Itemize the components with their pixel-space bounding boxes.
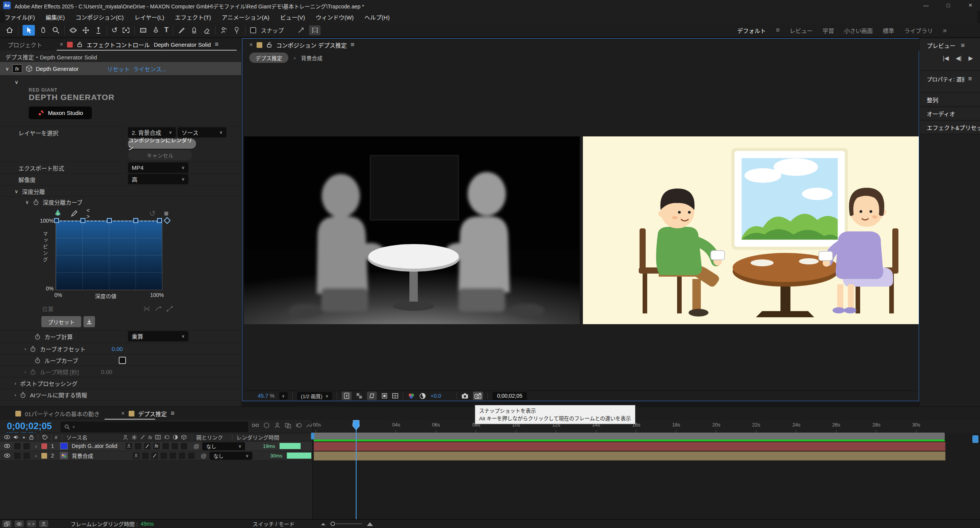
layer-name[interactable]: 背景合成 bbox=[72, 452, 93, 459]
camera-tool-icon[interactable] bbox=[122, 26, 130, 34]
depth-group-row[interactable]: ∨ 深度分離 bbox=[0, 185, 241, 197]
post-processing-row[interactable]: › ポストプロセッシング bbox=[0, 377, 241, 389]
curve-handle[interactable] bbox=[80, 218, 85, 223]
zoom-in-mountain-icon[interactable] bbox=[366, 521, 373, 526]
curve-undo-icon[interactable]: ↺ bbox=[149, 209, 156, 218]
maximize-button[interactable]: □ bbox=[939, 0, 957, 11]
render-to-comp-button[interactable]: コンポジションにレンダリン bbox=[128, 139, 196, 149]
group-collapsed-icon[interactable]: › bbox=[15, 392, 16, 398]
unlock-icon[interactable] bbox=[266, 42, 272, 48]
orbit-camera-tool-icon[interactable] bbox=[69, 26, 77, 34]
workspace-menu-icon[interactable]: ≡ bbox=[776, 26, 780, 34]
tab-effect-controls[interactable]: エフェクトコントロール bbox=[87, 41, 150, 49]
layer-list-empty-area[interactable] bbox=[0, 461, 312, 519]
solo-cell[interactable] bbox=[23, 453, 30, 459]
curve-handle-icon[interactable] bbox=[155, 306, 162, 312]
snapshot-show-icon[interactable] bbox=[473, 392, 483, 400]
maxon-studio-button[interactable]: Maxon Studio bbox=[29, 107, 92, 119]
transparency-grid-icon[interactable] bbox=[356, 393, 362, 399]
menu-item-layer[interactable]: レイヤー(L) bbox=[134, 13, 164, 21]
pickwhip-icon[interactable]: @ bbox=[193, 443, 199, 449]
stopwatch-icon[interactable] bbox=[30, 346, 36, 352]
draft-3d-icon[interactable] bbox=[263, 422, 270, 428]
work-area-bar[interactable] bbox=[314, 433, 945, 439]
menu-item-window[interactable]: ウィンドウ(W) bbox=[316, 13, 353, 21]
dolly-camera-tool-icon[interactable] bbox=[94, 26, 103, 34]
quality-cell[interactable] bbox=[144, 443, 151, 449]
workspace-learn[interactable]: 学習 bbox=[823, 26, 834, 34]
properties-panel-header[interactable]: プロパティ: 選択な ≡ bbox=[920, 71, 980, 87]
layer-bar-depth-solid[interactable] bbox=[314, 442, 946, 451]
grid-guide-options-icon[interactable] bbox=[309, 25, 321, 35]
cancel-button[interactable]: キャンセル bbox=[128, 150, 192, 160]
workspace-overflow-icon[interactable]: » bbox=[943, 26, 947, 34]
workspace-libraries[interactable]: ライブラリ bbox=[904, 26, 933, 34]
audio-panel-header[interactable]: オーディオ bbox=[920, 107, 980, 120]
zoom-dropdown-icon[interactable]: ∨ bbox=[279, 392, 288, 400]
row-expand-icon[interactable]: › bbox=[25, 369, 26, 375]
resolution-quality-dropdown[interactable]: (1/2 画質)∨ bbox=[297, 392, 332, 400]
depth-map-view[interactable] bbox=[244, 136, 580, 324]
group-expand-icon[interactable]: ∨ bbox=[15, 189, 18, 194]
motion-blur-cell[interactable] bbox=[172, 443, 178, 449]
preset-button[interactable]: プリセット bbox=[41, 316, 81, 327]
menu-item-animation[interactable]: アニメーション(A) bbox=[222, 13, 269, 21]
eraser-tool-icon[interactable] bbox=[203, 26, 211, 34]
depth-curve-plot[interactable] bbox=[56, 220, 162, 290]
effect-license-link[interactable]: ライセンス... bbox=[133, 65, 166, 73]
parent-link-column-header[interactable]: 親とリンク bbox=[196, 433, 223, 441]
menu-item-effect[interactable]: エフェクト(T) bbox=[175, 13, 211, 21]
frame-blend-cell[interactable] bbox=[170, 453, 176, 459]
panel-menu-icon[interactable]: ≡ bbox=[961, 42, 965, 49]
stopwatch-icon[interactable] bbox=[20, 392, 26, 398]
audio-cell[interactable] bbox=[14, 443, 21, 449]
switch-mode-toggle[interactable]: スイッチ / モード bbox=[253, 520, 295, 528]
stopwatch-icon[interactable] bbox=[33, 199, 39, 205]
collapse-cell[interactable] bbox=[135, 443, 141, 449]
region-of-interest-icon[interactable] bbox=[381, 393, 388, 399]
panel-menu-icon[interactable]: ≡ bbox=[171, 410, 175, 417]
workspace-standard[interactable]: 標準 bbox=[883, 26, 894, 34]
rotate-tool-icon[interactable]: ↺ bbox=[111, 26, 118, 34]
shy-cell[interactable] bbox=[133, 453, 139, 459]
frame-blend-cell[interactable] bbox=[162, 443, 169, 449]
go-to-start-button[interactable]: |◀ bbox=[943, 55, 949, 62]
workspace-default[interactable]: デフォルト bbox=[737, 26, 766, 34]
menu-item-edit[interactable]: 編集(E) bbox=[46, 13, 65, 21]
timeline-tab-depth[interactable]: デプス推定 bbox=[138, 410, 167, 418]
layer-expand-icon[interactable]: › bbox=[35, 453, 37, 459]
motion-blur-cell[interactable] bbox=[179, 453, 185, 459]
shared-views-icon[interactable] bbox=[297, 26, 305, 34]
curve-calc-dropdown[interactable]: 乗算∨ bbox=[128, 331, 188, 341]
zoom-out-mountain-icon[interactable] bbox=[321, 522, 326, 526]
curve-handle[interactable] bbox=[133, 218, 138, 223]
breadcrumb-parent-comp[interactable]: 背景合成 bbox=[301, 54, 322, 62]
graph-editor-icon[interactable] bbox=[306, 422, 312, 428]
quality-cell[interactable] bbox=[151, 453, 158, 459]
mask-visibility-icon[interactable] bbox=[367, 392, 377, 400]
menu-item-composition[interactable]: コンポジション(C) bbox=[75, 13, 124, 21]
viewer-tab-title[interactable]: コンポジション デプス推定 bbox=[276, 41, 347, 49]
ai-info-row[interactable]: › AIツールに関する情報 bbox=[0, 389, 241, 401]
curve-handle[interactable] bbox=[107, 218, 112, 223]
custom-ui-expand-icon[interactable]: ∨ bbox=[15, 79, 18, 85]
align-panel-header[interactable]: 整列 bbox=[920, 93, 980, 107]
tab-close-icon[interactable]: × bbox=[249, 41, 253, 48]
menu-item-view[interactable]: ビュー(V) bbox=[280, 13, 305, 21]
export-format-dropdown[interactable]: MP4∨ bbox=[128, 162, 188, 173]
fx-cell[interactable]: fx bbox=[153, 443, 160, 449]
playhead-handle[interactable] bbox=[353, 420, 360, 430]
row-expand-icon[interactable]: › bbox=[25, 346, 26, 352]
curve-handle[interactable] bbox=[157, 218, 162, 223]
eye-icon[interactable] bbox=[4, 443, 10, 449]
snap-checkbox[interactable] bbox=[250, 27, 257, 34]
3d-cell[interactable] bbox=[188, 453, 195, 459]
layer-bar-background-comp[interactable] bbox=[314, 451, 946, 461]
layer-label-chip[interactable] bbox=[41, 453, 47, 459]
curve-offset-value[interactable]: 0.00 bbox=[111, 346, 123, 352]
render-time-column-header[interactable]: レンダリング時間 bbox=[236, 433, 279, 441]
tab-close-icon[interactable]: × bbox=[121, 410, 124, 417]
unlock-icon[interactable] bbox=[77, 41, 83, 48]
text-tool-icon[interactable]: T bbox=[164, 26, 169, 34]
frame-blend-icon[interactable] bbox=[285, 422, 291, 428]
